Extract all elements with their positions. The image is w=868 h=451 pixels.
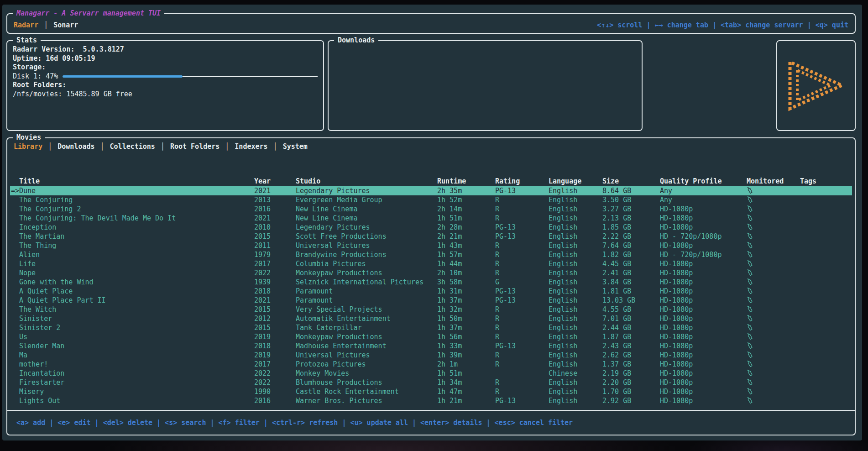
cell-language: English [549, 232, 602, 241]
cell-quality-profile: HD-1080p [660, 296, 747, 305]
table-row[interactable]: Alien1979Brandywine Productions1h 57mREn… [10, 250, 852, 259]
table-row[interactable]: Sinister2012Automatik Entertainment1h 50… [10, 314, 852, 323]
downloads-panel: Downloads [328, 40, 643, 131]
cell-quality-profile: HD-1080p [660, 259, 747, 268]
table-row[interactable]: The Conjuring 22016New Line Cinema2h 14m… [10, 205, 852, 214]
cell-monitored [747, 250, 800, 259]
table-row[interactable]: Us2019Monkeypaw Productions1h 56mREnglis… [10, 332, 852, 341]
cell-title: Sinister [19, 314, 254, 323]
table-row[interactable]: A Quiet Place Part II2021Paramount1h 37m… [10, 296, 852, 305]
cell-studio: Scott Free Productions [296, 232, 437, 241]
tab-system[interactable]: System [283, 142, 308, 151]
table-row[interactable]: The Martian2015Scott Free Productions2h … [10, 232, 852, 241]
cell-quality-profile: HD-1080p [660, 278, 747, 287]
tab-collections[interactable]: Collections [110, 142, 155, 151]
cell-studio: Paramount [296, 296, 437, 305]
cell-size: 2.44 GB [602, 323, 660, 332]
tab-sonarr[interactable]: Sonarr [53, 21, 78, 29]
cell-title: Sinister 2 [19, 323, 254, 332]
cell-size: 2.92 GB [602, 396, 660, 405]
table-row[interactable]: Gone with the Wind1939Selznick Internati… [10, 278, 852, 287]
cell-runtime: 3h 58m [437, 278, 495, 287]
cell-studio: Castle Rock Entertainment [296, 387, 437, 396]
cell-studio: New Line Cinema [296, 205, 437, 214]
table-row[interactable]: Slender Man2018Madhouse Entertainment1h … [10, 341, 852, 351]
column-header-year: Year [254, 177, 296, 186]
cell-monitored [747, 195, 800, 205]
column-header-size: Size [602, 177, 660, 186]
table-row[interactable]: Inception2010Legendary Pictures2h 28mPG-… [10, 223, 852, 232]
cell-title: Gone with the Wind [19, 278, 254, 287]
cell-rating: PG-13 [495, 287, 549, 296]
monitored-tag-icon [747, 187, 753, 194]
monitored-tag-icon [747, 205, 753, 212]
cell-quality-profile: HD-1080p [660, 241, 747, 250]
cell-runtime: 1h 21m [437, 396, 495, 405]
table-row[interactable]: The Conjuring2013Evergreen Media Group1h… [10, 195, 852, 205]
cell-runtime: 1h 43m [437, 241, 495, 250]
tab-radarr[interactable]: Radarr [14, 21, 38, 29]
cell-runtime: 2h 35m [437, 186, 495, 195]
cell-quality-profile: HD-1080p [660, 332, 747, 341]
cell-title: The Conjuring: The Devil Made Me Do It [19, 214, 254, 223]
cell-year: 1939 [254, 278, 296, 287]
movies-panel-title: Movies [13, 133, 45, 142]
servarr-tabs-panel: Managarr - A Servarr management TUI Rada… [6, 13, 856, 34]
table-row[interactable]: Lights Out2016Warner Bros. Pictures1h 21… [10, 396, 852, 405]
cell-size: 1.70 GB [602, 387, 660, 396]
table-row[interactable]: The Thing2011Universal Pictures1h 43mREn… [10, 241, 852, 250]
cell-monitored [747, 378, 800, 387]
tab-library[interactable]: Library [14, 142, 42, 151]
table-row[interactable]: Misery1990Castle Rock Entertainment1h 47… [10, 387, 852, 396]
cell-size: 1.82 GB [602, 250, 660, 259]
cell-monitored [747, 259, 800, 268]
cell-rating: R [495, 205, 549, 214]
cell-studio: Paramount [296, 287, 437, 296]
cell-quality-profile: Any [660, 186, 747, 195]
cell-language: English [549, 268, 602, 278]
cell-rating: R [495, 305, 549, 314]
table-row[interactable]: Sinister 22015Tank Caterpillar1h 37mREng… [10, 323, 852, 332]
cell-quality-profile: Any [660, 195, 747, 205]
table-row[interactable]: =>Dune2021Legendary Pictures2h 35mPG-13E… [10, 186, 852, 195]
table-row[interactable]: Nope2022Monkeypaw Productions2h 10mREngl… [10, 268, 852, 278]
table-row[interactable]: A Quiet Place2018Paramount1h 31mPG-13Eng… [10, 287, 852, 296]
table-row[interactable]: Incantation2022Monkey Movies1h 51mChines… [10, 369, 852, 378]
cell-language: English [549, 223, 602, 232]
table-row[interactable]: Ma2019Universal Pictures1h 39mREnglish2.… [10, 351, 852, 360]
monitored-tag-icon [747, 324, 753, 331]
tab-indexers[interactable]: Indexers [235, 142, 267, 151]
cell-quality-profile: HD-1080p [660, 268, 747, 278]
cell-title: Misery [19, 387, 254, 396]
cell-rating: R [495, 314, 549, 323]
cell-runtime: 1h 57m [437, 250, 495, 259]
cell-quality-profile: HD-1080p [660, 351, 747, 360]
cell-size: 1.87 GB [602, 332, 660, 341]
monitored-tag-icon [747, 369, 753, 377]
cell-language: English [549, 195, 602, 205]
cell-year: 2015 [254, 305, 296, 314]
table-row[interactable]: mother!2017Protozoa Pictures2h 1mREnglis… [10, 360, 852, 369]
column-header-studio: Studio [296, 177, 437, 186]
tab-root-folders[interactable]: Root Folders [170, 142, 220, 151]
cell-monitored [747, 396, 800, 405]
storage-label: Storage: [13, 63, 318, 72]
cell-quality-profile: HD-1080p [660, 341, 747, 351]
cell-studio: Warner Bros. Pictures [296, 396, 437, 405]
cell-runtime: 1h 32m [437, 305, 495, 314]
table-row[interactable]: The Conjuring: The Devil Made Me Do It20… [10, 214, 852, 223]
global-keybindings: <↑↓> scroll | ←→ change tab | <tab> chan… [597, 21, 848, 29]
cell-studio: New Line Cinema [296, 214, 437, 223]
cell-year: 1979 [254, 250, 296, 259]
cell-rating: PG-13 [495, 341, 549, 351]
table-row[interactable]: Life2017Columbia Pictures1h 44mREnglish4… [10, 259, 852, 268]
disk-usage-gauge [63, 72, 318, 81]
tab-downloads[interactable]: Downloads [58, 142, 94, 151]
table-row[interactable]: Firestarter2022Blumhouse Productions1h 3… [10, 378, 852, 387]
monitored-tag-icon [747, 360, 753, 367]
cell-language: English [549, 296, 602, 305]
cell-title: A Quiet Place Part II [19, 296, 254, 305]
cell-monitored [747, 341, 800, 351]
cell-quality-profile: HD-1080p [660, 223, 747, 232]
table-row[interactable]: The Witch2015Very Special Projects1h 32m… [10, 305, 852, 314]
